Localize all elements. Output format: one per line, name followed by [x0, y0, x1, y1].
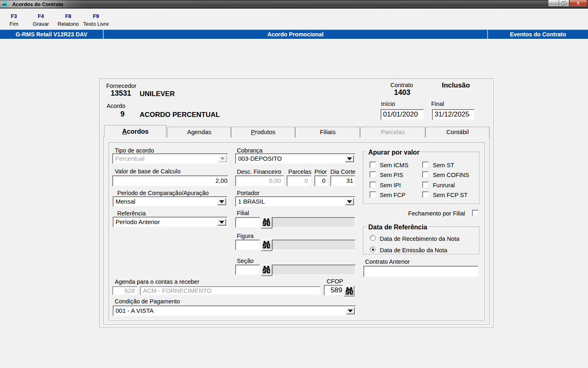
svg-text:MS: MS [2, 3, 7, 6]
